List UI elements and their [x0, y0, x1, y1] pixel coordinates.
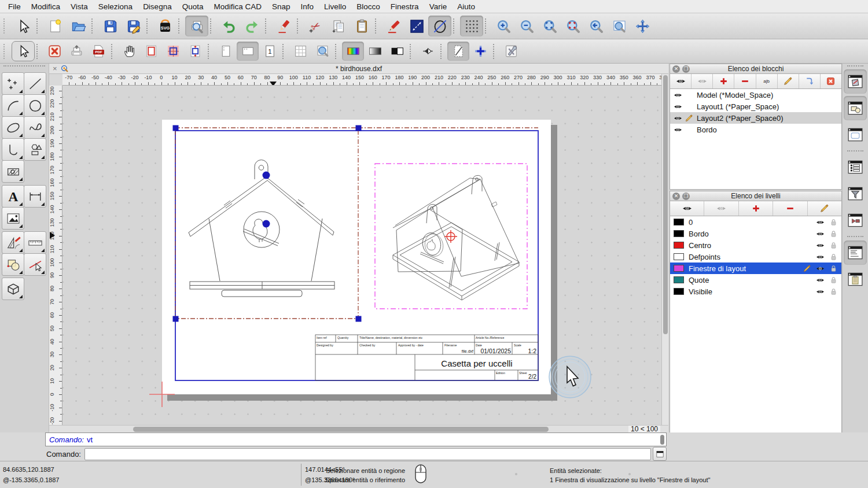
arc-tool[interactable] [2, 94, 24, 117]
spline-tool[interactable] [24, 116, 46, 139]
insert-block-button[interactable] [799, 74, 821, 88]
dimension-tool[interactable] [24, 185, 46, 208]
layer-row[interactable]: Defpoints [670, 251, 841, 263]
solid-3d-tools[interactable] [2, 278, 24, 300]
polyline-tool[interactable] [2, 138, 24, 161]
toolbar-drag-handle[interactable] [3, 19, 9, 34]
edit-entity-button[interactable] [382, 16, 405, 36]
menu-blocco[interactable]: Blocco [356, 2, 380, 11]
svg-export-button[interactable]: SVG [153, 16, 176, 36]
vertical-scrollbar-thumb[interactable] [663, 75, 668, 334]
eye-icon[interactable] [816, 253, 825, 261]
eye-icon[interactable] [816, 218, 825, 227]
new-file-button[interactable] [43, 16, 67, 36]
block-list-toggle[interactable] [844, 69, 867, 94]
modify-tools[interactable] [2, 253, 24, 276]
ellipse-tool-button[interactable] [428, 16, 451, 36]
menu-varie[interactable]: Varie [429, 2, 447, 11]
show-all-layers-button[interactable] [670, 201, 704, 216]
cut-button[interactable]: ✂ [304, 16, 327, 36]
layer-row[interactable]: Visibile [670, 286, 841, 297]
hide-all-blocks-button[interactable] [692, 74, 713, 88]
add-layer-button[interactable] [739, 201, 773, 216]
select-tool[interactable] [12, 16, 35, 36]
multi-page-button[interactable] [162, 42, 184, 61]
layer-row[interactable]: 0 [670, 216, 841, 228]
zoom-previous-button[interactable] [584, 16, 608, 36]
lock-icon[interactable] [829, 253, 838, 261]
draft-mode-button[interactable] [447, 42, 469, 61]
flatten-button[interactable] [417, 42, 439, 61]
lock-icon[interactable] [829, 241, 838, 250]
horizontal-scrollbar[interactable]: 10 < 100 [49, 425, 668, 432]
select-mode-button[interactable] [12, 41, 35, 61]
relative-zero-toggle[interactable] [844, 208, 867, 232]
toolbar-drag-handle[interactable] [3, 44, 9, 59]
settings-tools-button[interactable] [500, 42, 522, 61]
menu-file[interactable]: File [8, 2, 21, 11]
pdf-export-button[interactable]: PDF [87, 42, 109, 61]
layer-row[interactable]: Quote [670, 274, 841, 286]
layer-list-toggle[interactable] [844, 155, 867, 179]
page-border-button[interactable] [140, 42, 162, 61]
circle-tool[interactable] [24, 94, 46, 117]
layer-color-swatch[interactable] [674, 230, 684, 237]
float-panel-icon[interactable]: ❐ [682, 65, 690, 73]
ellipse-tool[interactable] [2, 116, 24, 139]
block-row[interactable]: Model (*Model_Space) [670, 89, 841, 101]
landscape-button[interactable] [237, 42, 259, 61]
layer-color-swatch[interactable] [674, 253, 684, 260]
eye-icon[interactable] [674, 114, 682, 123]
menu-disegna[interactable]: Disegna [143, 2, 172, 11]
selection-filter-toggle[interactable] [844, 182, 867, 206]
lock-icon[interactable] [829, 287, 838, 296]
eye-icon[interactable] [816, 287, 825, 296]
line-tool-button[interactable] [405, 16, 428, 36]
zoom-selection-button[interactable] [561, 16, 584, 36]
layer-color-swatch[interactable] [674, 288, 684, 295]
library-browser-toggle[interactable] [844, 96, 867, 120]
eye-icon[interactable] [674, 91, 682, 99]
zoom-window-button[interactable] [608, 16, 631, 36]
layer-color-swatch[interactable] [674, 265, 684, 272]
paste-button[interactable] [350, 16, 373, 36]
lock-icon[interactable] [829, 230, 838, 238]
horizontal-scrollbar-thumb[interactable] [133, 427, 549, 432]
command-history[interactable]: Comando: vt [45, 432, 667, 446]
block-row[interactable]: Layout1 (*Paper_Space) [670, 101, 841, 112]
crosshair-button[interactable] [469, 42, 491, 61]
pan-button[interactable] [631, 16, 654, 36]
menu-modifica[interactable]: Modifica [31, 2, 60, 11]
palette-drag-handle[interactable] [3, 65, 45, 66]
menu-vista[interactable]: Vista [71, 2, 88, 11]
point-tool[interactable] [2, 72, 24, 95]
block-row[interactable]: Bordo [670, 124, 841, 135]
snap-tools[interactable] [24, 253, 46, 276]
eye-icon[interactable] [816, 276, 825, 284]
menu-modifica-cad[interactable]: Modifica CAD [214, 2, 262, 11]
measure-tool[interactable] [24, 231, 46, 254]
blackwhite-button[interactable] [386, 42, 408, 61]
eye-icon[interactable] [674, 125, 682, 134]
print-preview-button[interactable] [185, 16, 208, 36]
lock-icon[interactable] [829, 218, 838, 227]
text-tool[interactable]: A [2, 185, 24, 208]
save-as-button[interactable] [122, 16, 145, 36]
lock-icon[interactable] [829, 276, 838, 284]
eye-icon[interactable] [816, 241, 825, 250]
purge-block-button[interactable] [821, 74, 841, 88]
menu-aiuto[interactable]: Aiuto [457, 2, 475, 11]
float-panel-icon[interactable]: ❐ [682, 193, 690, 200]
menu-livello[interactable]: Livello [324, 2, 346, 11]
layer-row[interactable]: Finestre di layout [670, 263, 841, 274]
shape-tool[interactable] [24, 138, 46, 161]
full-color-button[interactable] [342, 42, 364, 61]
menu-snap[interactable]: Snap [272, 2, 290, 11]
close-panel-icon[interactable]: ✕ [672, 193, 680, 200]
layer-color-swatch[interactable] [674, 219, 684, 225]
property-editor-toggle[interactable] [844, 267, 867, 291]
close-drawing-button[interactable] [43, 42, 65, 61]
grid-table-button[interactable] [289, 42, 311, 61]
layer-row[interactable]: Bordo [670, 228, 841, 239]
zoom-in-button[interactable] [492, 16, 515, 36]
